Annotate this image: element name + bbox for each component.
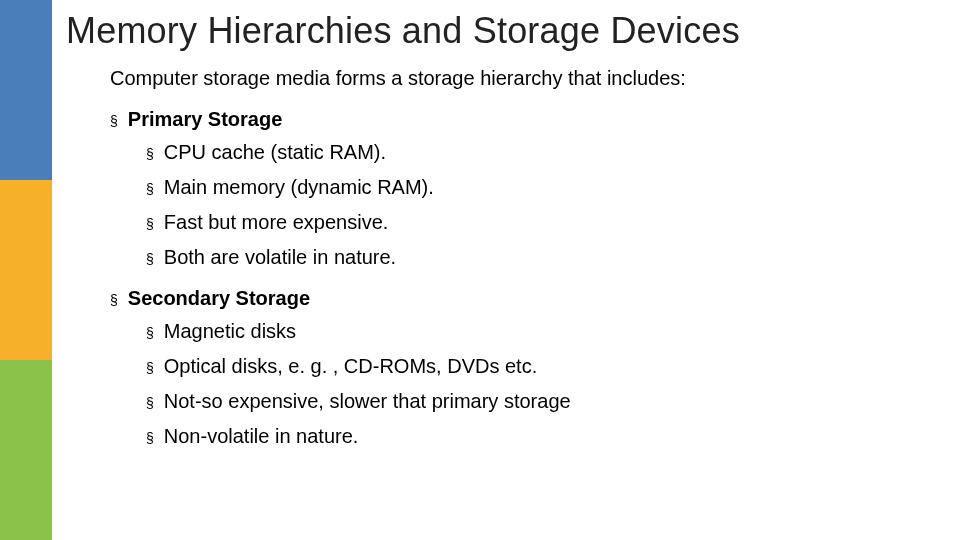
slide-subtitle: Computer storage media forms a storage h… [110,67,930,90]
bullet-icon: § [146,356,154,380]
sidebar-accent [0,0,52,540]
content-area: Memory Hierarchies and Storage Devices C… [52,0,960,540]
bullet-icon: § [146,247,154,271]
item-text: Main memory (dynamic RAM). [164,174,434,201]
item-list: §Magnetic disks §Optical disks, e. g. , … [146,318,930,450]
section-secondary-storage: § Secondary Storage §Magnetic disks §Opt… [110,287,930,450]
item-text: Non-volatile in nature. [164,423,359,450]
section-list: § Primary Storage §CPU cache (static RAM… [110,108,930,450]
bullet-icon: § [110,109,118,133]
section-primary-storage: § Primary Storage §CPU cache (static RAM… [110,108,930,271]
list-item: §Magnetic disks [146,318,930,345]
list-item: §Both are volatile in nature. [146,244,930,271]
bullet-icon: § [146,321,154,345]
bullet-icon: § [146,212,154,236]
slide: Memory Hierarchies and Storage Devices C… [0,0,960,540]
item-text: Magnetic disks [164,318,296,345]
list-item: §Fast but more expensive. [146,209,930,236]
slide-title: Memory Hierarchies and Storage Devices [66,10,930,51]
accent-bar-green [0,360,52,540]
list-item: §Main memory (dynamic RAM). [146,174,930,201]
list-item: §CPU cache (static RAM). [146,139,930,166]
item-list: §CPU cache (static RAM). §Main memory (d… [146,139,930,271]
item-text: Fast but more expensive. [164,209,389,236]
item-text: Not-so expensive, slower that primary st… [164,388,571,415]
bullet-icon: § [146,177,154,201]
accent-bar-yellow [0,180,52,360]
section-heading: Primary Storage [128,108,283,131]
list-item: §Optical disks, e. g. , CD-ROMs, DVDs et… [146,353,930,380]
item-text: CPU cache (static RAM). [164,139,386,166]
list-item: §Not-so expensive, slower that primary s… [146,388,930,415]
bullet-icon: § [146,391,154,415]
bullet-icon: § [146,426,154,450]
list-item: § Non-volatile in nature. [146,423,930,450]
accent-bar-blue [0,0,52,180]
item-text: Both are volatile in nature. [164,244,396,271]
item-text: Optical disks, e. g. , CD-ROMs, DVDs etc… [164,353,537,380]
section-heading: Secondary Storage [128,287,310,310]
bullet-icon: § [110,288,118,312]
bullet-icon: § [146,142,154,166]
